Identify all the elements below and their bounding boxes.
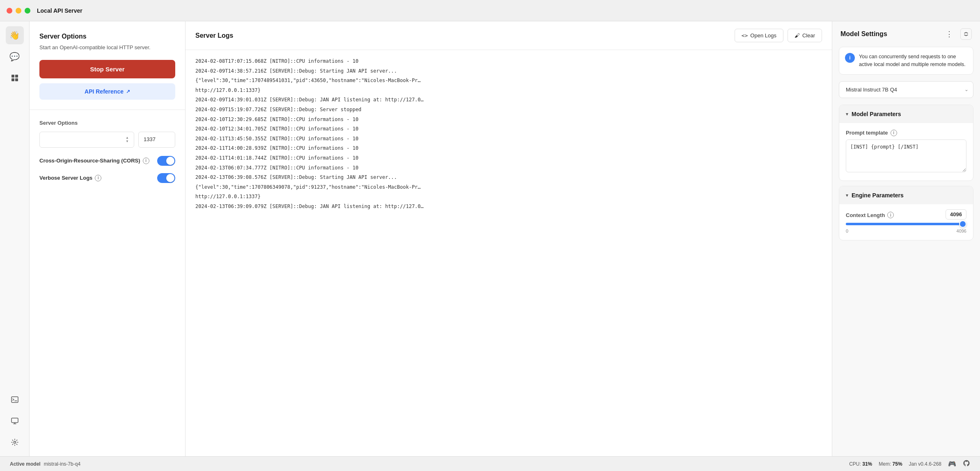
- cors-label: Cross-Origin-Resource-Sharing (CORS) i: [39, 158, 149, 164]
- ip-address-field[interactable]: 127.0.0.1 ▲ ▼: [39, 132, 134, 148]
- context-length-info-icon[interactable]: i: [887, 212, 894, 218]
- more-options-button[interactable]: ⋮: [942, 28, 956, 40]
- log-line: {"level":30,"time":1707489541031,"pid":4…: [195, 76, 822, 86]
- context-length-value[interactable]: 4096: [946, 209, 966, 219]
- prompt-template-input[interactable]: [INST] {prompt} [/INST]: [846, 139, 966, 172]
- log-line: 2024-02-09T15:19:07.726Z [SERVER]::Debug…: [195, 105, 822, 115]
- model-select[interactable]: Mistral Instruct 7B Q4: [839, 81, 973, 98]
- server-options-bottom: Server Options 127.0.0.1 ▲ ▼ 1337 Cross-…: [30, 110, 185, 200]
- cors-option-row: Cross-Origin-Resource-Sharing (CORS) i: [39, 156, 175, 166]
- context-length-label: Context Length i 4096: [846, 211, 966, 219]
- log-line: {"level":30,"time":1707806349078,"pid":9…: [195, 183, 822, 192]
- close-button[interactable]: [7, 8, 12, 14]
- cors-toggle[interactable]: [157, 156, 175, 166]
- verbose-toggle[interactable]: [157, 173, 175, 183]
- server-options-section-label: Server Options: [39, 120, 175, 126]
- cors-info-icon[interactable]: i: [143, 158, 149, 164]
- svg-rect-1: [15, 75, 18, 78]
- open-logs-button[interactable]: <> Open Logs: [735, 29, 783, 42]
- app-body: 👋 💬: [0, 21, 980, 456]
- logs-actions: <> Open Logs 🖌 Clear: [735, 29, 822, 42]
- ip-input[interactable]: 127.0.0.1: [45, 137, 124, 143]
- svg-rect-3: [15, 78, 18, 81]
- right-panel: Model Settings ⋮ i You can concurrently …: [832, 21, 980, 456]
- collapse-panel-button[interactable]: [960, 28, 972, 40]
- sidebar-item-chat[interactable]: 💬: [6, 48, 24, 66]
- info-banner-text: You can concurrently send requests to on…: [859, 53, 967, 69]
- ip-down-arrow[interactable]: ▼: [126, 140, 129, 143]
- svg-rect-4: [11, 397, 18, 402]
- collapse-model-params-icon: ▾: [846, 111, 848, 117]
- svg-rect-2: [11, 78, 14, 81]
- right-header-actions: ⋮: [942, 28, 972, 40]
- engine-parameters-title: Engine Parameters: [852, 192, 904, 199]
- logs-header: Server Logs <> Open Logs 🖌 Clear: [185, 21, 832, 50]
- github-icon[interactable]: [963, 460, 970, 469]
- engine-parameters-section: ▾ Engine Parameters Context Length i 409…: [839, 186, 973, 240]
- log-line: 2024-02-09T14:39:01.031Z [SERVER]::Debug…: [195, 95, 822, 105]
- log-line: 2024-02-09T14:38:57.216Z [SERVER]::Debug…: [195, 66, 822, 76]
- log-line: 2024-02-13T06:39:08.576Z [SERVER]::Debug…: [195, 173, 822, 183]
- sidebar-item-terminal[interactable]: [6, 391, 24, 409]
- server-options-desc: Start an OpenAI-compatible local HTTP se…: [39, 43, 175, 52]
- logs-title: Server Logs: [195, 32, 233, 39]
- ip-stepper[interactable]: ▲ ▼: [126, 136, 129, 143]
- minimize-button[interactable]: [16, 8, 21, 14]
- log-line: 2024-02-11T14:01:18.744Z [NITRO]::CPU in…: [195, 153, 822, 163]
- cpu-value: 31%: [862, 461, 872, 467]
- titlebar: Local API Server: [0, 0, 980, 21]
- log-line: 2024-02-08T17:07:15.068Z [NITRO]::CPU in…: [195, 57, 822, 66]
- cpu-label: CPU: 31%: [849, 461, 872, 467]
- log-line: 2024-02-10T12:30:29.685Z [NITRO]::CPU in…: [195, 115, 822, 125]
- svg-rect-6: [11, 418, 18, 423]
- log-line: 2024-02-13T06:07:34.777Z [NITRO]::CPU in…: [195, 163, 822, 173]
- sidebar-item-grid[interactable]: [6, 69, 24, 87]
- model-parameters-header[interactable]: ▾ Model Parameters: [839, 105, 973, 123]
- status-bar: Active model mistral-ins-7b-q4 CPU: 31% …: [0, 456, 980, 471]
- log-line: 2024-02-13T06:39:09.079Z [SERVER]::Debug…: [195, 202, 822, 212]
- external-link-icon: ↗: [126, 89, 130, 94]
- verbose-info-icon[interactable]: i: [95, 175, 101, 181]
- active-model-value: mistral-ins-7b-q4: [44, 461, 80, 467]
- model-settings-title: Model Settings: [840, 30, 887, 38]
- slider-labels: 0 4096: [846, 229, 966, 233]
- sidebar-item-hand[interactable]: 👋: [6, 26, 24, 44]
- verbose-label: Verbose Server Logs i: [39, 175, 101, 181]
- prompt-template-info-icon[interactable]: i: [891, 130, 897, 136]
- log-line: 2024-02-10T12:34:01.705Z [NITRO]::CPU in…: [195, 124, 822, 134]
- model-select-wrapper[interactable]: Mistral Instruct 7B Q4 ⌄: [839, 81, 973, 98]
- server-options-top: Server Options Start an OpenAI-compatibl…: [30, 21, 185, 110]
- version-label: Jan v0.4.6-268: [909, 461, 941, 467]
- logs-panel: Server Logs <> Open Logs 🖌 Clear 2024-02…: [185, 21, 832, 456]
- traffic-lights: [7, 8, 30, 14]
- clear-logs-button[interactable]: 🖌 Clear: [788, 29, 822, 42]
- model-parameters-body: Prompt template i [INST] {prompt} [/INST…: [839, 123, 973, 181]
- right-header: Model Settings ⋮: [832, 21, 980, 47]
- logs-content[interactable]: 2024-02-08T17:07:15.068Z [NITRO]::CPU in…: [185, 50, 832, 456]
- model-parameters-title: Model Parameters: [852, 111, 901, 117]
- context-length-slider-wrapper: 0 4096: [846, 223, 966, 233]
- slider-min-label: 0: [846, 229, 848, 233]
- stop-server-button[interactable]: Stop Server: [39, 60, 175, 78]
- prompt-template-label: Prompt template i: [846, 130, 966, 136]
- ip-up-arrow[interactable]: ▲: [126, 136, 129, 139]
- svg-rect-0: [11, 75, 14, 78]
- active-model-label: Active model: [10, 461, 41, 467]
- sidebar-item-monitor[interactable]: [6, 412, 24, 430]
- maximize-button[interactable]: [25, 8, 30, 14]
- port-field[interactable]: 1337: [138, 132, 175, 148]
- slider-thumb[interactable]: [959, 220, 966, 228]
- engine-parameters-body: Context Length i 4096 0 4096: [839, 204, 973, 240]
- left-panel: Server Options Start an OpenAI-compatibl…: [30, 21, 185, 456]
- log-line: 2024-02-11T14:00:28.939Z [NITRO]::CPU in…: [195, 144, 822, 153]
- engine-parameters-header[interactable]: ▾ Engine Parameters: [839, 186, 973, 204]
- code-icon: <>: [742, 32, 748, 39]
- svg-point-9: [14, 441, 16, 444]
- api-reference-button[interactable]: API Reference ↗: [39, 83, 175, 100]
- sidebar-item-settings[interactable]: [6, 433, 24, 451]
- discord-icon[interactable]: 🎮: [948, 460, 956, 468]
- verbose-option-row: Verbose Server Logs i: [39, 173, 175, 183]
- context-length-slider-track[interactable]: [846, 223, 966, 225]
- slider-fill: [846, 223, 966, 225]
- mem-label: Mem: 75%: [879, 461, 902, 467]
